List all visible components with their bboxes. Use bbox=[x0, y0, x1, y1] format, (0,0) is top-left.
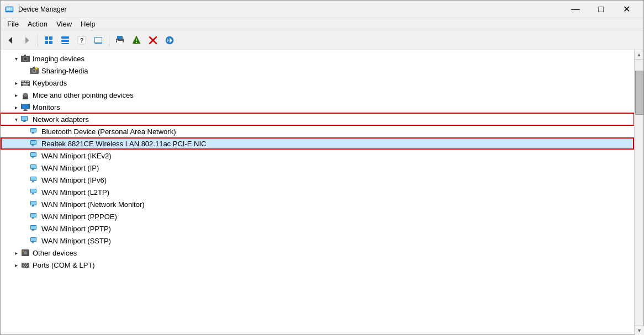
bluetooth-icon bbox=[29, 126, 39, 136]
tree-item-wan-ip[interactable]: WAN Miniport (IP) bbox=[1, 162, 634, 174]
device-tree[interactable]: ▾ Imaging devices bbox=[1, 50, 634, 334]
tree-item-network-adapters[interactable]: ▾ Network adapters bbox=[1, 113, 634, 125]
svg-rect-81 bbox=[31, 177, 36, 180]
resources-button[interactable] bbox=[91, 33, 106, 48]
expand-icon-wan-ipv6 bbox=[20, 176, 29, 184]
remove-device-button[interactable] bbox=[145, 33, 161, 48]
ports-icon bbox=[20, 260, 30, 270]
wan-pppoe-label: WAN Miniport (PPPOE) bbox=[41, 212, 117, 221]
tree-item-ports[interactable]: ▸ Ports (COM & LPT) bbox=[1, 259, 634, 271]
mice-icon bbox=[20, 90, 30, 100]
forward-button[interactable] bbox=[19, 33, 35, 48]
wan-ipv6-icon bbox=[29, 175, 39, 185]
minimize-button[interactable]: — bbox=[563, 1, 588, 18]
back-icon bbox=[6, 35, 15, 45]
svg-rect-12 bbox=[61, 40, 69, 42]
maximize-button[interactable]: □ bbox=[588, 1, 614, 18]
tree-item-mice[interactable]: ▸ Mice and other pointing devices bbox=[1, 89, 634, 101]
tree-item-wan-ikev2[interactable]: WAN Miniport (IKEv2) bbox=[1, 150, 634, 162]
svg-point-114 bbox=[26, 266, 27, 267]
network-adapters-icon bbox=[20, 114, 30, 124]
svg-rect-86 bbox=[32, 193, 34, 194]
svg-rect-78 bbox=[32, 169, 34, 170]
print-button[interactable] bbox=[112, 33, 128, 48]
tree-item-other-devices[interactable]: ▸ Other devices bbox=[1, 247, 634, 259]
svg-point-109 bbox=[25, 265, 26, 266]
svg-rect-7 bbox=[45, 36, 48, 40]
keyboards-label: Keyboards bbox=[33, 79, 67, 87]
svg-rect-99 bbox=[31, 231, 34, 231]
tree-item-keyboards[interactable]: ▸ Keyboar bbox=[1, 77, 634, 89]
wan-ikev2-label: WAN Miniport (IKEv2) bbox=[41, 152, 112, 160]
close-button[interactable]: ✕ bbox=[614, 1, 639, 18]
svg-point-105 bbox=[24, 251, 27, 254]
tree-item-wan-ipv6[interactable]: WAN Miniport (IPv6) bbox=[1, 174, 634, 186]
svg-rect-17 bbox=[95, 38, 102, 42]
tree-item-realtek[interactable]: Realtek 8821CE Wireless LAN 802.11ac PCI… bbox=[1, 137, 634, 150]
title-bar-title: Device Manager bbox=[18, 6, 563, 13]
scan-icon bbox=[131, 35, 141, 45]
expand-icon-wan-nm bbox=[20, 200, 29, 209]
forward-icon bbox=[22, 35, 32, 45]
title-bar-icon: DM bbox=[5, 5, 14, 14]
print-icon bbox=[115, 35, 125, 45]
scroll-up-button[interactable]: ▲ bbox=[635, 50, 644, 60]
wan-pppoe-icon bbox=[29, 211, 39, 221]
back-button[interactable] bbox=[3, 33, 18, 48]
title-bar-controls: — □ ✕ bbox=[563, 1, 639, 18]
expand-icon-mice: ▸ bbox=[12, 91, 20, 99]
svg-rect-70 bbox=[32, 145, 34, 146]
other-devices-icon bbox=[20, 248, 30, 258]
scrollbar[interactable]: ▲ ▼ bbox=[634, 50, 643, 334]
tree-item-monitors[interactable]: ▸ Monitors bbox=[1, 101, 634, 113]
tree-item-bluetooth[interactable]: Bluetooth Device (Personal Area Network) bbox=[1, 125, 634, 137]
svg-text:?: ? bbox=[80, 37, 84, 44]
svg-rect-101 bbox=[31, 238, 36, 241]
svg-rect-83 bbox=[31, 182, 34, 183]
help-icon: ? bbox=[77, 35, 87, 45]
help-button[interactable]: ? bbox=[74, 33, 89, 48]
list-connection-icon bbox=[60, 35, 70, 45]
list-connection-button[interactable] bbox=[57, 33, 73, 48]
scroll-down-button[interactable]: ▼ bbox=[635, 326, 643, 334]
tree-item-imaging-devices[interactable]: ▾ Imaging devices bbox=[1, 52, 634, 65]
expand-icon-wan-ikev2 bbox=[20, 151, 29, 160]
svg-rect-89 bbox=[31, 201, 36, 205]
wan-l2tp-label: WAN Miniport (L2TP) bbox=[41, 188, 109, 196]
svg-point-26 bbox=[136, 42, 137, 43]
tree-item-wan-l2tp[interactable]: WAN Miniport (L2TP) bbox=[1, 186, 634, 198]
update-driver-button[interactable] bbox=[162, 33, 177, 48]
tree-item-wan-pppoe[interactable]: WAN Miniport (PPPOE) bbox=[1, 210, 634, 222]
svg-marker-6 bbox=[25, 37, 29, 44]
svg-rect-11 bbox=[61, 36, 69, 39]
keyboards-icon bbox=[20, 78, 30, 88]
svg-rect-85 bbox=[31, 189, 36, 193]
menu-file[interactable]: File bbox=[3, 19, 23, 29]
show-devices-button[interactable] bbox=[41, 33, 56, 48]
scrollbar-thumb[interactable] bbox=[635, 71, 643, 115]
svg-rect-23 bbox=[117, 40, 118, 41]
svg-point-108 bbox=[23, 265, 24, 266]
title-bar: DM Device Manager — □ ✕ bbox=[1, 1, 643, 18]
svg-rect-79 bbox=[31, 170, 34, 171]
svg-point-34 bbox=[24, 57, 27, 60]
expand-icon-bluetooth bbox=[20, 127, 29, 136]
menu-help[interactable]: Help bbox=[76, 19, 100, 29]
menu-view[interactable]: View bbox=[52, 19, 76, 29]
tree-item-sharing-media[interactable]: Sharing-Media bbox=[1, 65, 634, 77]
tree-item-wan-sstp[interactable]: WAN Miniport (SSTP) bbox=[1, 235, 634, 247]
menu-action[interactable]: Action bbox=[23, 19, 52, 29]
wan-nm-label: WAN Miniport (Network Monitor) bbox=[41, 200, 145, 209]
monitors-icon bbox=[20, 102, 30, 112]
svg-rect-8 bbox=[49, 36, 52, 40]
svg-rect-50 bbox=[28, 83, 29, 84]
svg-rect-74 bbox=[32, 157, 34, 158]
scan-button[interactable] bbox=[129, 33, 144, 48]
tree-item-wan-pptp[interactable]: WAN Miniport (PPTP) bbox=[1, 222, 634, 235]
svg-rect-93 bbox=[31, 214, 36, 217]
tree-item-wan-nm[interactable]: WAN Miniport (Network Monitor) bbox=[1, 198, 634, 210]
svg-rect-103 bbox=[31, 243, 34, 243]
expand-icon-monitors: ▸ bbox=[12, 103, 20, 111]
device-manager-window: DM Device Manager — □ ✕ File Action View… bbox=[0, 0, 644, 335]
collapse-icon-imaging: ▾ bbox=[12, 54, 20, 63]
